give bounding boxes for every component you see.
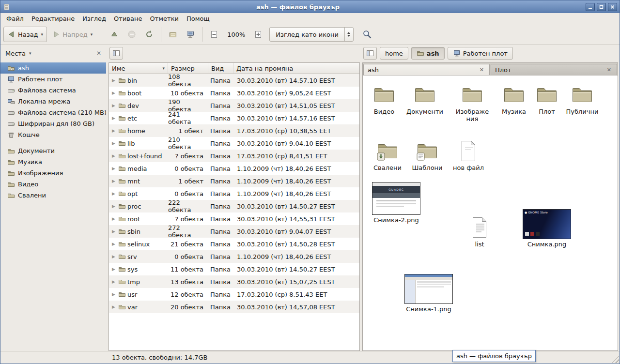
sidebar-item-music[interactable]: Музика xyxy=(0,156,106,167)
table-row-sys[interactable]: ▶sys11 обектаПапка30.03.2010 (вт) 14,50,… xyxy=(109,263,359,275)
table-row-tmp[interactable]: ▶tmp13 обектаПапка30.03.2010 (вт) 15,07,… xyxy=(109,275,359,288)
file-item-pictures[interactable]: Изображения xyxy=(454,83,490,122)
expander-icon[interactable]: ▶ xyxy=(110,191,117,196)
column-header-size[interactable]: Размер xyxy=(168,63,208,74)
pathbar-root-button[interactable] xyxy=(363,47,377,60)
menu-help[interactable]: Помощ xyxy=(183,14,214,24)
tab-ash[interactable]: ash✕ xyxy=(363,64,490,75)
up-button[interactable] xyxy=(106,27,123,42)
table-row-dev[interactable]: ▶dev190 обектаПапка30.03.2010 (вт) 14,51… xyxy=(109,99,359,112)
computer-button[interactable] xyxy=(182,27,199,42)
maximize-button[interactable] xyxy=(597,3,606,11)
expander-icon[interactable]: ▶ xyxy=(110,279,117,284)
sidebar-item-pictures[interactable]: Изображения xyxy=(0,167,106,179)
back-button[interactable]: Назад ▾ xyxy=(3,27,47,42)
menu-go[interactable]: Отиване xyxy=(110,14,146,24)
column-header-type[interactable]: Вид xyxy=(208,63,233,74)
chevron-down-icon[interactable]: ▾ xyxy=(29,51,31,56)
sidebar-close-icon[interactable]: ✕ xyxy=(96,50,101,57)
view-mode-dropdown[interactable]: Изглед като икони xyxy=(269,27,354,42)
expander-icon[interactable]: ▶ xyxy=(110,204,117,209)
tab-close-icon[interactable]: ✕ xyxy=(605,66,613,74)
menu-file[interactable]: Файл xyxy=(2,14,28,24)
sidebar-item-encrypted-80gb[interactable]: Шифриран дял (80 GB) xyxy=(0,118,106,129)
resize-grip[interactable] xyxy=(612,356,619,363)
search-button[interactable] xyxy=(358,27,376,42)
table-row-proc[interactable]: ▶proc222 обектаПапка30.03.2010 (вт) 14,5… xyxy=(109,200,359,212)
zoom-in-button[interactable] xyxy=(250,27,266,42)
sidebar-item-desktop[interactable]: Работен плот xyxy=(0,74,106,85)
sidebar-item-documents[interactable]: Документи xyxy=(0,145,106,156)
expander-icon[interactable]: ▶ xyxy=(110,103,117,108)
table-row-mnt[interactable]: ▶mnt1 обектПапка1.10.2009 (чт) 18,40,26 … xyxy=(109,175,359,187)
icon-view[interactable]: ВидеоДокументиИзображенияМузикаПлотПубли… xyxy=(362,75,618,351)
table-row-lib[interactable]: ▶lib210 обектаПапка30.03.2010 (вт) 9,04,… xyxy=(109,137,359,150)
menu-bookmarks[interactable]: Отметки xyxy=(146,14,182,24)
table-row-var[interactable]: ▶var20 обектаПапка30.03.2010 (вт) 14,57,… xyxy=(109,301,359,313)
file-item-list[interactable]: list xyxy=(459,216,500,248)
expander-icon[interactable]: ▶ xyxy=(110,242,117,246)
expander-icon[interactable]: ▶ xyxy=(110,216,117,221)
file-item-downloads[interactable]: Свалени xyxy=(367,139,408,171)
forward-button[interactable]: Напред ▾ xyxy=(48,27,96,42)
expander-icon[interactable]: ▶ xyxy=(110,91,117,95)
file-item-snimka-png[interactable]: ● GNOME StoreСнимка.​png xyxy=(520,209,574,248)
expander-icon[interactable]: ▶ xyxy=(110,229,117,234)
pathbar-button-ash[interactable]: ash xyxy=(411,47,445,60)
table-row-lost-found[interactable]: ▶lost+found? обектаПапка17.03.2010 (ср) … xyxy=(109,150,359,162)
table-row-boot[interactable]: ▶boot10 обектаПапка30.03.2010 (вт) 9,05,… xyxy=(109,87,359,99)
minimize-button[interactable] xyxy=(586,3,595,11)
home-folder-button[interactable] xyxy=(165,27,181,42)
expander-icon[interactable]: ▶ xyxy=(110,128,117,133)
table-row-selinux[interactable]: ▶selinux21 обектаПапка30.03.2010 (вт) 14… xyxy=(109,238,359,250)
column-header-name[interactable]: Име▾ xyxy=(109,63,168,74)
table-row-root[interactable]: ▶root? обектаПапка30.03.2010 (вт) 14,55,… xyxy=(109,212,359,225)
table-row-srv[interactable]: ▶srv0 обектаПапка1.10.2009 (чт) 18,40,26… xyxy=(109,250,359,263)
file-item-snimka-2-png[interactable]: GUADECСнимка-2.​png xyxy=(370,182,423,224)
reload-button[interactable] xyxy=(141,27,157,42)
expander-icon[interactable]: ▶ xyxy=(110,304,117,309)
expander-icon[interactable]: ▶ xyxy=(110,78,117,83)
titlebar[interactable]: ash — файлов браузър xyxy=(0,0,620,13)
stop-button[interactable] xyxy=(124,27,140,42)
menu-view[interactable]: Изглед xyxy=(78,14,110,24)
expander-icon[interactable]: ▶ xyxy=(110,179,117,183)
table-row-etc[interactable]: ▶etc241 обектаПапка30.03.2010 (вт) 14,57… xyxy=(109,112,359,124)
expander-icon[interactable]: ▶ xyxy=(110,292,117,297)
sidebar-item-filesystem[interactable]: Файлова система xyxy=(0,85,106,96)
menu-edit[interactable]: Редактиране xyxy=(28,14,78,24)
expander-icon[interactable]: ▶ xyxy=(110,141,117,146)
sidebar-item-trash[interactable]: Кошче xyxy=(0,129,106,140)
expander-icon[interactable]: ▶ xyxy=(110,153,117,158)
table-row-media[interactable]: ▶media0 обектаПапка1.10.2009 (чт) 18,40,… xyxy=(109,162,359,175)
zoom-out-button[interactable] xyxy=(206,27,222,42)
close-button[interactable] xyxy=(608,3,617,11)
sidebar-item-ash[interactable]: ash xyxy=(0,62,106,74)
file-item-documents[interactable]: Документи xyxy=(404,83,445,115)
file-item-public[interactable]: Публични xyxy=(562,83,603,115)
sidebar-item-network[interactable]: Локална мрежа xyxy=(0,96,106,107)
file-item-desktop[interactable]: Плот xyxy=(527,83,567,115)
tab-close-icon[interactable]: ✕ xyxy=(478,66,485,74)
expander-icon[interactable]: ▶ xyxy=(110,166,117,171)
table-row-home[interactable]: ▶home1 обектПапка17.03.2010 (ср) 10,38,5… xyxy=(109,124,359,137)
column-header-modified[interactable]: Дата на промяна xyxy=(233,63,359,74)
table-row-sbin[interactable]: ▶sbin272 обектаПапка30.03.2010 (вт) 9,04… xyxy=(109,225,359,238)
sidebar-item-downloads[interactable]: Свалени xyxy=(0,190,106,201)
file-item-videos[interactable]: Видео xyxy=(364,83,404,115)
location-toggle-button[interactable] xyxy=(109,47,123,60)
expander-icon[interactable]: ▶ xyxy=(110,267,117,272)
table-row-usr[interactable]: ▶usr12 обектаПапка17.03.2010 (ср) 8,51,4… xyxy=(109,288,359,301)
file-item-snimka-1-png[interactable]: Снимка-1.​png xyxy=(402,274,455,313)
table-row-opt[interactable]: ▶opt0 обектаПапка1.10.2009 (чт) 18,40,26… xyxy=(109,187,359,200)
pathbar-button-home[interactable]: home xyxy=(380,47,408,60)
file-item-templates[interactable]: Шаблони xyxy=(407,139,448,171)
expander-icon[interactable]: ▶ xyxy=(110,116,117,121)
sidebar-item-videos[interactable]: Видео xyxy=(0,179,106,190)
file-item-new-file[interactable]: нов файл xyxy=(448,139,489,171)
sidebar-item-filesystem-210mb[interactable]: Файлова система (210 MB) xyxy=(0,107,106,118)
tab-plot[interactable]: Плот✕ xyxy=(491,64,617,75)
pathbar-button-desktop[interactable]: Работен плот xyxy=(448,47,513,60)
expander-icon[interactable]: ▶ xyxy=(110,254,117,259)
table-row-bin[interactable]: ▶bin108 обектаПапка30.03.2010 (вт) 14,57… xyxy=(109,74,359,87)
